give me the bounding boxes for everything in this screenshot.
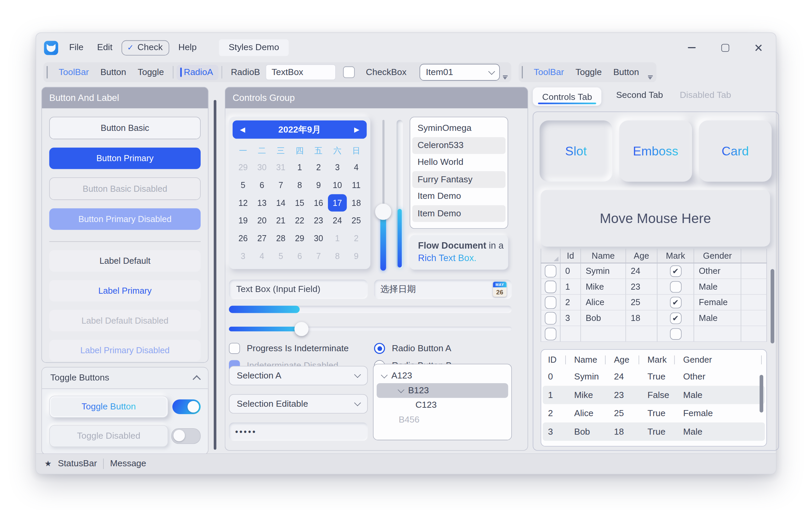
- hover-panel[interactable]: Move Mouse Here: [541, 190, 770, 247]
- toolbar2-link[interactable]: ToolBar: [528, 65, 570, 80]
- slot-button[interactable]: Slot: [540, 120, 612, 182]
- calendar-day[interactable]: 19: [234, 212, 253, 229]
- row-selector-cell[interactable]: [541, 263, 560, 279]
- cell-age[interactable]: 25: [626, 295, 658, 310]
- cell-mark[interactable]: ✔: [658, 295, 694, 310]
- cell-id[interactable]: 2: [560, 295, 581, 310]
- text-input-field[interactable]: [235, 283, 361, 295]
- button-primary[interactable]: Button Primary: [49, 148, 201, 169]
- menu-edit[interactable]: Edit: [93, 40, 117, 55]
- calendar-day[interactable]: 5: [271, 248, 290, 265]
- checkbox-progress-indeterminate[interactable]: Progress Is Indeterminate: [229, 343, 374, 354]
- listview-header-cell[interactable]: ID: [543, 352, 569, 368]
- calendar-day[interactable]: 4: [347, 158, 366, 176]
- list-item[interactable]: Celeron533: [412, 137, 506, 154]
- expander-header[interactable]: Toggle Buttons: [42, 367, 208, 389]
- toolbar-link[interactable]: ToolBar: [53, 65, 95, 80]
- calendar-day[interactable]: 7: [309, 248, 328, 265]
- cell-age[interactable]: 24: [626, 263, 658, 279]
- table-row[interactable]: 2Alice25✔Female: [541, 295, 767, 310]
- tree-item[interactable]: C123: [377, 398, 508, 413]
- cell-gender[interactable]: Female: [694, 295, 741, 310]
- table-row[interactable]: 0Symin24TrueOther: [543, 367, 765, 386]
- calendar-day[interactable]: 31: [271, 158, 290, 176]
- row-selector-icon[interactable]: [545, 312, 556, 324]
- calendar-day[interactable]: 29: [290, 230, 309, 247]
- calendar-day[interactable]: 4: [253, 248, 271, 265]
- cell-mark[interactable]: [658, 326, 694, 342]
- cell-id[interactable]: 0: [560, 263, 581, 279]
- toolbar-overflow-icon[interactable]: [503, 76, 508, 80]
- cell-gender[interactable]: Male: [694, 279, 741, 295]
- datagrid-header-cell[interactable]: Age: [626, 249, 658, 263]
- calendar-day[interactable]: 20: [253, 212, 271, 229]
- vertical-slider-thumb[interactable]: [375, 204, 391, 220]
- button-basic[interactable]: Button Basic: [49, 117, 201, 139]
- calendar-day[interactable]: 25: [347, 212, 366, 229]
- datagrid-header-cell[interactable]: Mark: [658, 249, 694, 263]
- scrollbar-thumb[interactable]: [759, 375, 763, 413]
- calendar-day[interactable]: 6: [290, 248, 309, 265]
- menu-file[interactable]: File: [64, 40, 88, 55]
- list-item[interactable]: SyminOmega: [412, 120, 506, 137]
- tab-second[interactable]: Second Tab: [614, 85, 665, 106]
- calendar-day[interactable]: 3: [328, 158, 347, 176]
- calendar-day[interactable]: 16: [309, 194, 328, 211]
- datagrid-header-cell[interactable]: Name: [581, 249, 626, 263]
- tree-item[interactable]: B123: [377, 383, 508, 398]
- row-selector-cell[interactable]: [541, 326, 560, 342]
- row-selector-icon[interactable]: [545, 327, 556, 340]
- cell-name[interactable]: Bob: [581, 310, 626, 326]
- checkbox-icon[interactable]: [670, 328, 681, 339]
- row-selector-cell[interactable]: [541, 279, 560, 295]
- cell-id[interactable]: [560, 326, 581, 342]
- calendar-day[interactable]: 10: [328, 176, 347, 193]
- checkbox-icon[interactable]: ✔: [670, 312, 681, 324]
- row-selector-icon[interactable]: [545, 296, 556, 308]
- toolbar2-toggle[interactable]: Toggle: [570, 65, 607, 80]
- toolbar-overflow-icon[interactable]: [648, 76, 653, 80]
- listview-header-cell[interactable]: Mark: [642, 352, 678, 368]
- toolbar-checkbox[interactable]: [343, 67, 355, 78]
- calendar-day[interactable]: 1: [328, 230, 347, 247]
- tree-item[interactable]: A123: [377, 368, 508, 383]
- toolbar-grip-icon[interactable]: [522, 66, 523, 79]
- tab-controls[interactable]: Controls Tab: [533, 87, 602, 106]
- row-selector-cell[interactable]: [541, 310, 560, 326]
- calendar-day[interactable]: 21: [271, 212, 290, 229]
- toolbar-toggle[interactable]: Toggle: [132, 65, 170, 80]
- toolbar-textbox[interactable]: [266, 64, 336, 80]
- scrollbar-thumb[interactable]: [214, 100, 216, 449]
- password-field[interactable]: •••••: [229, 423, 368, 441]
- calendar-day[interactable]: 5: [234, 176, 253, 193]
- cell-name[interactable]: Alice: [581, 295, 626, 310]
- text-input[interactable]: [229, 279, 368, 299]
- cell-id[interactable]: 3: [560, 310, 581, 326]
- calendar-day[interactable]: 1: [290, 158, 309, 176]
- table-row[interactable]: 1Mike23FalseMale: [543, 386, 765, 404]
- calendar-day[interactable]: 9: [347, 248, 366, 265]
- cell-mark[interactable]: ✔: [658, 263, 694, 279]
- cell-age[interactable]: 18: [626, 310, 658, 326]
- scrollbar-thumb[interactable]: [771, 269, 774, 343]
- calendar-day[interactable]: 29: [234, 158, 253, 176]
- table-row[interactable]: 3Bob18✔Male: [541, 310, 767, 326]
- calendar-day[interactable]: 8: [328, 248, 347, 265]
- listview-header-cell[interactable]: Gender: [678, 352, 765, 368]
- calendar-day[interactable]: 14: [271, 194, 290, 211]
- table-row[interactable]: 3Bob18TrueMale: [543, 423, 765, 441]
- calendar-day[interactable]: 30: [309, 230, 328, 247]
- cell-gender[interactable]: Male: [694, 310, 741, 326]
- list-item[interactable]: Furry Fantasy: [412, 171, 506, 188]
- toolbar-button[interactable]: Button: [95, 65, 132, 80]
- cell-mark[interactable]: ✔: [658, 310, 694, 326]
- calendar-day[interactable]: 2: [347, 230, 366, 247]
- calendar-day-selected[interactable]: 17: [328, 194, 347, 211]
- cell-name[interactable]: Symin: [581, 263, 626, 279]
- table-row[interactable]: 1Mike23Male: [541, 279, 767, 295]
- list-item[interactable]: Hello World: [412, 154, 506, 171]
- row-selector-icon[interactable]: [545, 280, 556, 293]
- calendar-day[interactable]: 23: [309, 212, 328, 229]
- toggle-switch-on[interactable]: [172, 399, 201, 414]
- cell-gender[interactable]: [694, 326, 741, 342]
